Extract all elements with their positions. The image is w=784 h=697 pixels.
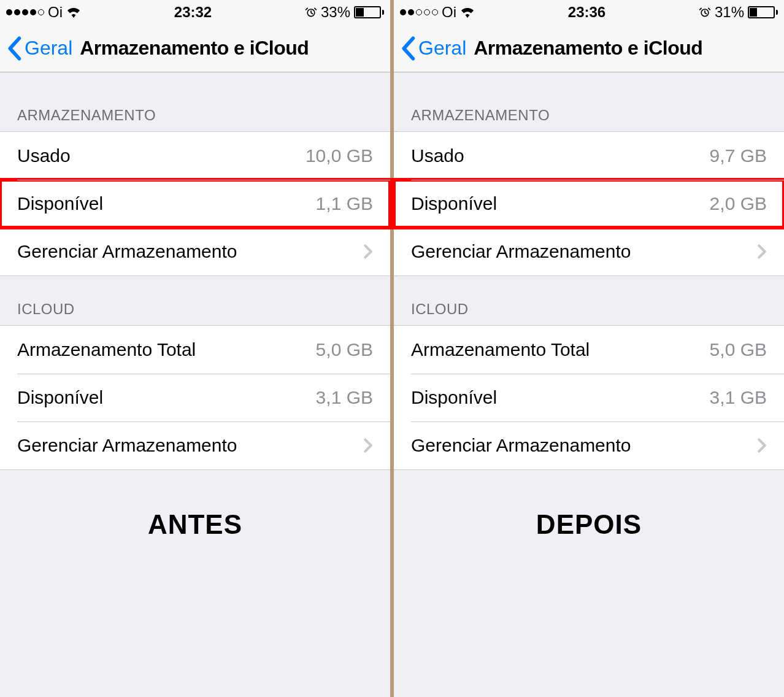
page-title: Armazenamento e iCloud [474,37,702,60]
storage-group: Usado 10,0 GB Disponível 1,1 GB Gerencia… [0,131,390,276]
storage-available-value: 1,1 GB [316,193,373,214]
signal-strength-icon [6,9,44,15]
back-button[interactable]: Geral [418,37,466,60]
icloud-available-row: Disponível 3,1 GB [0,374,390,422]
status-right: 31% [699,4,778,21]
chevron-right-icon [363,437,373,453]
icloud-total-label: Armazenamento Total [17,339,196,360]
icloud-section-header: ICLOUD [394,276,784,325]
nav-bar: Geral Armazenamento e iCloud [0,25,390,72]
manage-storage-row[interactable]: Gerenciar Armazenamento [0,228,390,275]
battery-percent: 31% [715,4,744,21]
icloud-total-row: Armazenamento Total 5,0 GB [0,326,390,374]
page-title: Armazenamento e iCloud [80,37,309,60]
back-chevron-icon[interactable] [6,36,22,61]
storage-available-row: Disponível 1,1 GB [0,180,390,228]
storage-available-row: Disponível 2,0 GB [394,180,784,228]
nav-bar: Geral Armazenamento e iCloud [394,25,784,72]
battery-percent: 33% [321,4,350,21]
carrier-label: Oi [442,4,456,21]
wifi-icon [460,5,475,20]
storage-available-label: Disponível [17,193,103,214]
storage-used-row: Usado 9,7 GB [394,132,784,180]
manage-icloud-label: Gerenciar Armazenamento [17,435,237,456]
icloud-available-value: 3,1 GB [710,387,767,408]
wifi-icon [66,5,81,20]
icloud-total-value: 5,0 GB [710,339,767,360]
status-right: 33% [305,4,384,21]
back-button[interactable]: Geral [25,37,72,60]
icloud-available-label: Disponível [411,387,497,408]
caption-after: DEPOIS [394,509,784,540]
carrier-label: Oi [48,4,63,21]
right-pane: Oi 23:36 31% Geral Armazenamento e iClou… [394,0,784,697]
storage-section-header: ARMAZENAMENTO [394,72,784,131]
status-time: 23:32 [174,4,212,21]
storage-section-header: ARMAZENAMENTO [0,72,390,131]
alarm-icon [699,6,711,18]
icloud-available-row: Disponível 3,1 GB [394,374,784,422]
manage-storage-label: Gerenciar Armazenamento [17,241,237,262]
storage-group: Usado 9,7 GB Disponível 2,0 GB Gerenciar… [394,131,784,276]
icloud-available-value: 3,1 GB [316,387,373,408]
icloud-available-label: Disponível [17,387,103,408]
manage-icloud-label: Gerenciar Armazenamento [411,435,631,456]
chevron-right-icon [757,244,767,260]
caption-before: ANTES [0,509,390,540]
status-left: Oi [6,4,81,21]
manage-storage-row[interactable]: Gerenciar Armazenamento [394,228,784,275]
manage-icloud-row[interactable]: Gerenciar Armazenamento [394,422,784,469]
storage-used-label: Usado [17,145,71,166]
alarm-icon [305,6,317,18]
battery-icon [748,6,778,18]
storage-available-label: Disponível [411,193,497,214]
storage-used-value: 9,7 GB [710,145,767,166]
icloud-group: Armazenamento Total 5,0 GB Disponível 3,… [0,325,390,470]
icloud-total-label: Armazenamento Total [411,339,590,360]
status-left: Oi [400,4,475,21]
status-bar: Oi 23:36 31% [394,0,784,25]
icloud-group: Armazenamento Total 5,0 GB Disponível 3,… [394,325,784,470]
status-bar: Oi 23:32 33% [0,0,390,25]
manage-storage-label: Gerenciar Armazenamento [411,241,631,262]
manage-icloud-row[interactable]: Gerenciar Armazenamento [0,422,390,469]
left-pane: Oi 23:32 33% Geral Armazenamento e iClou… [0,0,390,697]
back-chevron-icon[interactable] [400,36,416,61]
chevron-right-icon [363,244,373,260]
icloud-total-value: 5,0 GB [316,339,373,360]
signal-strength-icon [400,9,438,15]
chevron-right-icon [757,437,767,453]
storage-used-value: 10,0 GB [306,145,373,166]
icloud-section-header: ICLOUD [0,276,390,325]
storage-available-value: 2,0 GB [710,193,767,214]
status-time: 23:36 [568,4,605,21]
storage-used-row: Usado 10,0 GB [0,132,390,180]
storage-used-label: Usado [411,145,464,166]
battery-icon [354,6,384,18]
icloud-total-row: Armazenamento Total 5,0 GB [394,326,784,374]
